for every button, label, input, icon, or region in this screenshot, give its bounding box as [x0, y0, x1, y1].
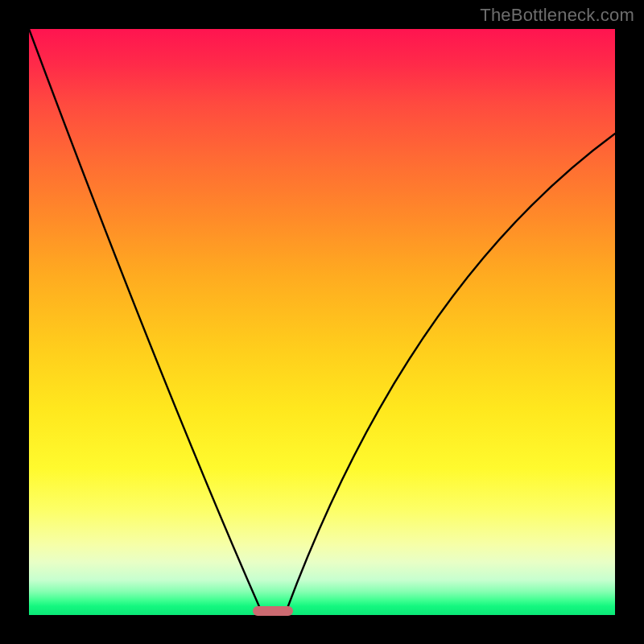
curve-right-branch [287, 134, 615, 610]
plot-area [29, 29, 615, 615]
chart-canvas: TheBottleneck.com [0, 0, 644, 644]
bottleneck-marker [253, 606, 293, 616]
watermark-text: TheBottleneck.com [480, 5, 634, 26]
curve-left-branch [29, 29, 261, 610]
bottleneck-curve [29, 29, 615, 615]
